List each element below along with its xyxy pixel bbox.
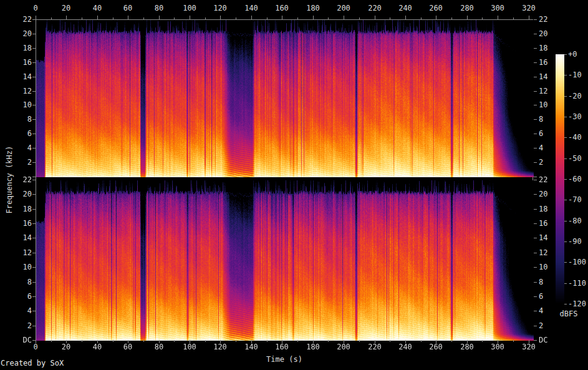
freq-tick-label-right: 2: [539, 321, 543, 330]
freq-tick-label-left: 18: [11, 44, 32, 52]
y-axis-tick: [534, 296, 537, 297]
x-axis-tick: [128, 16, 128, 19]
x-axis-tick: [498, 16, 498, 19]
freq-tick-label-right: 18: [539, 205, 547, 213]
x-axis-minor-tick: [297, 17, 298, 19]
freq-tick-label-left: 2: [11, 321, 32, 330]
freq-tick-label-right: 16: [539, 219, 547, 228]
colorbar-tick: [564, 262, 567, 263]
y-axis-tick: [534, 238, 537, 238]
y-axis-tick: [32, 267, 36, 268]
x-axis-minor-tick: [174, 17, 175, 19]
time-tick-label-top: 20: [52, 4, 80, 12]
y-axis-tick: [32, 148, 36, 148]
x-axis-tick: [66, 16, 67, 19]
db-tick-label: -10: [568, 71, 582, 79]
x-axis-tick: [190, 16, 190, 19]
time-tick-label-top: 80: [145, 4, 173, 12]
y-axis-tick: [32, 177, 36, 177]
colorbar-tick: [564, 304, 567, 304]
x-axis-minor-tick: [143, 17, 144, 19]
db-tick-label: -120: [568, 299, 586, 308]
sox-credit-text: Created by SoX: [1, 359, 64, 368]
x-axis-minor-tick: [482, 17, 483, 19]
x-axis-tick: [251, 16, 252, 19]
freq-tick-label-right: 4: [539, 144, 543, 152]
freq-tick-label-right: 6: [539, 292, 543, 301]
freq-tick-label-left: 20: [11, 29, 32, 38]
freq-tick-label-left: 6: [11, 292, 32, 301]
freq-tick-label-right: DC: [539, 336, 547, 344]
db-tick-label: -40: [568, 133, 582, 142]
x-axis-minor-tick: [359, 340, 360, 342]
time-tick-label-top: 200: [330, 4, 357, 12]
time-tick-label-bottom: 120: [206, 343, 234, 351]
x-axis-minor-tick: [82, 340, 82, 342]
sox-spectrogram-window: Frequency (kHz) Time (s) dBFS Created by…: [0, 0, 588, 370]
y-axis-tick: [534, 77, 537, 77]
x-axis-minor-tick: [421, 17, 422, 19]
colorbar-tick: [564, 221, 567, 222]
y-axis-tick: [534, 48, 537, 49]
x-axis-minor-tick: [451, 17, 452, 19]
time-tick-label-bottom: 220: [361, 343, 388, 351]
time-tick-label-bottom: 180: [299, 343, 327, 351]
y-axis-tick: [32, 19, 36, 20]
spectrogram-channel-left: [36, 20, 534, 177]
freq-tick-label-right: 22: [539, 175, 547, 184]
x-axis-tick: [405, 16, 406, 19]
x-axis-tick: [282, 16, 282, 19]
x-axis-minor-tick: [482, 340, 483, 342]
freq-tick-label-right: 2: [539, 158, 543, 167]
x-axis-tick: [467, 16, 468, 19]
time-tick-label-bottom: 140: [238, 343, 265, 351]
y-axis-tick: [534, 19, 537, 20]
db-tick-label: -70: [568, 195, 582, 204]
y-axis-tick: [32, 180, 36, 180]
time-tick-label-top: 60: [114, 4, 142, 12]
y-axis-tick: [534, 267, 537, 268]
colorbar-tick: [564, 158, 567, 159]
x-axis-tick: [344, 16, 344, 19]
y-axis-tick: [32, 162, 36, 163]
y-axis-tick: [32, 34, 36, 34]
x-axis-minor-tick: [143, 340, 144, 342]
freq-tick-label-left: 4: [11, 306, 32, 315]
y-axis-tick: [534, 194, 537, 195]
freq-tick-label-right: 10: [539, 263, 547, 271]
x-axis-minor-tick: [236, 17, 236, 19]
x-axis-minor-tick: [205, 17, 206, 19]
freq-tick-label-left: 20: [11, 190, 32, 198]
freq-tick-label-left: 8: [11, 115, 32, 124]
y-axis-tick: [32, 91, 36, 92]
time-tick-label-top: 300: [484, 4, 511, 12]
y-axis-tick: [32, 119, 36, 120]
x-axis-minor-tick: [267, 340, 267, 342]
freq-tick-label-right: 10: [539, 100, 547, 109]
colorbar-unit-label: dBFS: [560, 309, 578, 318]
time-tick-label-top: 260: [422, 4, 450, 12]
y-axis-tick: [32, 48, 36, 49]
x-axis-tick: [529, 16, 529, 19]
colorbar-tick: [564, 96, 567, 97]
x-axis-minor-tick: [267, 17, 267, 19]
freq-tick-label-right: 16: [539, 58, 547, 67]
x-axis-tick: [159, 16, 160, 19]
colorbar: [556, 54, 564, 304]
x-axis-tick: [436, 16, 436, 19]
x-axis-tick: [220, 16, 221, 19]
freq-tick-label-left: 10: [11, 263, 32, 271]
x-axis-minor-tick: [113, 340, 113, 342]
time-tick-label-top: 320: [515, 4, 542, 12]
x-axis-tick: [36, 16, 36, 19]
time-tick-label-bottom: 40: [84, 343, 111, 351]
y-axis-tick: [534, 119, 537, 120]
time-tick-label-top: 280: [453, 4, 481, 12]
db-tick-label: -20: [568, 92, 582, 100]
x-axis-minor-tick: [513, 340, 514, 342]
time-tick-label-bottom: 20: [52, 343, 80, 351]
colorbar-tick: [564, 117, 567, 117]
freq-tick-label-right: 12: [539, 248, 547, 257]
y-axis-tick: [534, 340, 537, 341]
time-tick-label-bottom: 60: [114, 343, 142, 351]
